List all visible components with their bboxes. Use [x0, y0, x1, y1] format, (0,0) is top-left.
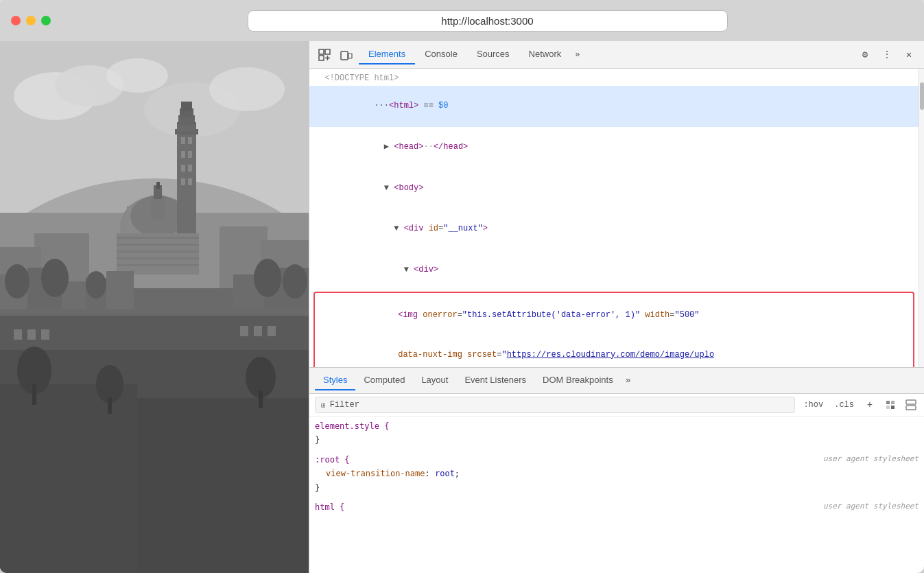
inspector-icon[interactable]: [315, 45, 334, 65]
svg-rect-19: [181, 102, 192, 111]
webpage-image: [0, 41, 309, 573]
browser-content: Elements Console Sources Network » ⚙ ⋮ ✕…: [0, 41, 924, 573]
tab-network[interactable]: Network: [519, 45, 571, 65]
svg-rect-21: [188, 137, 192, 144]
element-style-rule: element.style { }: [315, 419, 919, 447]
styles-tabs: Styles Computed Layout Event Listeners D…: [309, 368, 924, 394]
svg-rect-23: [188, 151, 192, 158]
svg-rect-67: [319, 49, 324, 54]
maximize-button[interactable]: [41, 16, 51, 25]
hov-button[interactable]: :hov: [801, 399, 826, 411]
svg-rect-22: [181, 151, 185, 158]
minimize-button[interactable]: [26, 16, 36, 25]
settings-icon[interactable]: ⚙: [855, 45, 875, 65]
svg-rect-30: [117, 244, 199, 246]
layout-action-icon[interactable]: [903, 397, 919, 412]
svg-rect-74: [886, 401, 890, 404]
devtools-right-icons: ⚙ ⋮ ✕: [855, 45, 919, 65]
tab-styles[interactable]: Styles: [315, 371, 355, 390]
svg-rect-28: [117, 233, 199, 274]
styles-content[interactable]: element.style { } :root { user agent sty…: [309, 417, 924, 573]
tab-overflow[interactable]: »: [571, 47, 584, 62]
svg-rect-78: [906, 400, 916, 404]
color-picker-icon[interactable]: [883, 397, 898, 412]
tab-event-listeners[interactable]: Event Listeners: [456, 371, 534, 390]
svg-rect-61: [14, 329, 22, 340]
svg-rect-26: [181, 178, 185, 185]
root-close: }: [315, 481, 919, 495]
html-rule: html { user agent stylesheet: [315, 500, 919, 514]
div-inner-line[interactable]: ▼ <div>: [309, 249, 919, 290]
styles-filter-toolbar: ⊞ Filter :hov .cls +: [309, 394, 924, 417]
tab-console[interactable]: Console: [415, 45, 467, 65]
svg-rect-64: [240, 326, 248, 336]
svg-point-45: [41, 259, 69, 297]
svg-rect-27: [188, 178, 192, 185]
head-line[interactable]: ▶ <head>··</head>: [309, 127, 919, 168]
svg-point-46: [86, 271, 106, 299]
devtools-panel: Elements Console Sources Network » ⚙ ⋮ ✕…: [309, 41, 924, 573]
close-button[interactable]: [11, 16, 21, 25]
svg-rect-32: [117, 257, 199, 259]
webpage-panel: [0, 41, 309, 573]
svg-rect-17: [178, 115, 195, 125]
img-line-1: <img onerror="this.setAttribute('data-er…: [319, 296, 909, 336]
browser-window: http://localhost:3000: [0, 0, 924, 573]
styles-panel: Styles Computed Layout Event Listeners D…: [309, 367, 924, 573]
svg-rect-14: [177, 130, 196, 240]
svg-point-5: [106, 58, 168, 93]
svg-rect-29: [117, 237, 199, 239]
element-style-selector: element.style {: [315, 419, 919, 433]
device-toggle-icon[interactable]: [337, 45, 356, 65]
filter-label: Filter: [330, 400, 359, 410]
cls-button[interactable]: .cls: [831, 399, 857, 411]
svg-rect-72: [341, 51, 348, 60]
svg-rect-53: [0, 384, 137, 573]
svg-rect-73: [348, 54, 352, 58]
svg-rect-43: [106, 271, 134, 309]
svg-rect-69: [319, 56, 324, 60]
body-open-line[interactable]: ▼ <body>: [309, 167, 919, 209]
city-image-svg: [0, 41, 309, 573]
svg-rect-13: [156, 182, 160, 189]
filter-icon: ⊞: [321, 401, 326, 410]
close-devtools-button[interactable]: ✕: [899, 45, 919, 65]
doctype-line: <!DOCTYPE html>: [309, 71, 919, 86]
devtools-tabs: Elements Console Sources Network »: [359, 45, 584, 65]
svg-rect-11: [151, 196, 165, 220]
svg-rect-63: [41, 329, 49, 340]
svg-rect-33: [117, 264, 199, 266]
highlighted-img-element[interactable]: <img onerror="this.setAttribute('data-er…: [313, 292, 914, 367]
tab-sources[interactable]: Sources: [467, 45, 519, 65]
more-options-icon[interactable]: ⋮: [877, 45, 897, 65]
element-style-close: }: [315, 433, 919, 447]
svg-rect-68: [325, 49, 330, 54]
svg-rect-60: [108, 397, 112, 414]
svg-rect-20: [181, 137, 185, 144]
html-tag-line[interactable]: ···<html> == $0: [309, 86, 919, 127]
elements-panel[interactable]: <!DOCTYPE html> ···<html> == $0 ▶ <head>…: [309, 69, 919, 367]
address-bar[interactable]: http://localhost:3000: [248, 10, 728, 32]
filter-input[interactable]: ⊞ Filter: [315, 397, 795, 413]
svg-rect-24: [181, 165, 185, 172]
styles-tab-overflow[interactable]: »: [621, 373, 635, 388]
elements-main: <!DOCTYPE html> ···<html> == $0 ▶ <head>…: [309, 69, 924, 367]
svg-point-4: [209, 67, 285, 111]
traffic-lights: [11, 16, 51, 25]
div-nuxt-line[interactable]: ▼ <div id="__nuxt">: [309, 209, 919, 250]
tab-elements[interactable]: Elements: [359, 45, 415, 65]
root-rule: :root { user agent stylesheet view-trans…: [315, 453, 919, 495]
tab-computed[interactable]: Computed: [355, 371, 413, 390]
tab-layout[interactable]: Layout: [413, 371, 456, 390]
elements-scrollbar[interactable]: [919, 69, 924, 367]
svg-rect-77: [891, 406, 895, 409]
scrollbar-thumb[interactable]: [920, 82, 924, 110]
add-style-icon[interactable]: +: [862, 397, 877, 412]
svg-rect-66: [268, 326, 276, 336]
svg-rect-79: [906, 406, 916, 410]
svg-rect-62: [27, 329, 36, 340]
devtools-toolbar: Elements Console Sources Network » ⚙ ⋮ ✕: [309, 41, 924, 69]
tab-dom-breakpoints[interactable]: DOM Breakpoints: [534, 371, 621, 390]
html-selector: html { user agent stylesheet: [315, 500, 919, 514]
svg-rect-25: [188, 165, 192, 172]
